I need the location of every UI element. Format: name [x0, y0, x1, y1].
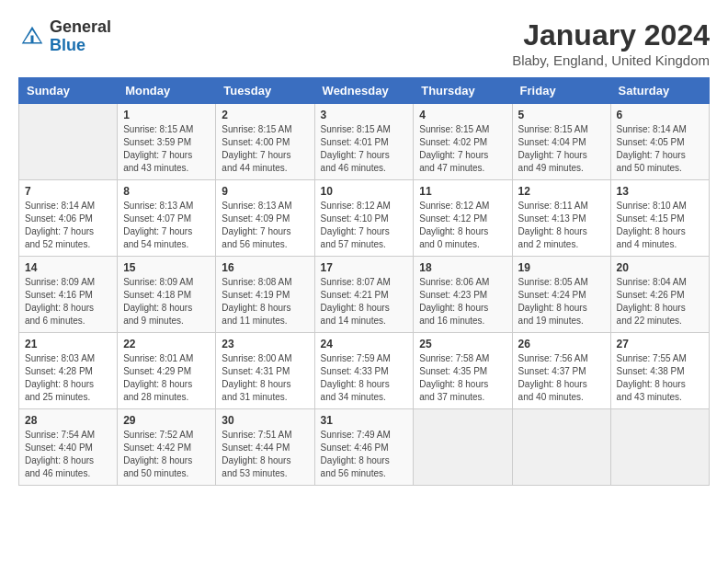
logo: General Blue [18, 18, 111, 55]
cell-content: Sunrise: 8:12 AM Sunset: 4:12 PM Dayligh… [419, 200, 506, 251]
calendar-week-2: 7Sunrise: 8:14 AM Sunset: 4:06 PM Daylig… [19, 180, 710, 257]
cell-content: Sunrise: 7:59 AM Sunset: 4:33 PM Dayligh… [321, 352, 408, 404]
calendar-cell: 25Sunrise: 7:58 AM Sunset: 4:35 PM Dayli… [414, 333, 512, 409]
logo-icon [18, 23, 46, 51]
weekday-header-friday: Friday [512, 78, 610, 104]
calendar-cell: 14Sunrise: 8:09 AM Sunset: 4:16 PM Dayli… [19, 257, 118, 333]
cell-content: Sunrise: 8:14 AM Sunset: 4:06 PM Dayligh… [25, 200, 111, 251]
day-number: 16 [222, 261, 308, 274]
calendar-cell: 17Sunrise: 8:07 AM Sunset: 4:21 PM Dayli… [314, 257, 414, 333]
calendar-week-1: 1Sunrise: 8:15 AM Sunset: 3:59 PM Daylig… [19, 104, 710, 180]
calendar-cell: 19Sunrise: 8:05 AM Sunset: 4:24 PM Dayli… [512, 257, 610, 333]
weekday-header-saturday: Saturday [610, 78, 709, 104]
calendar-cell [512, 409, 610, 486]
calendar-week-4: 21Sunrise: 8:03 AM Sunset: 4:28 PM Dayli… [19, 333, 710, 409]
cell-content: Sunrise: 8:01 AM Sunset: 4:29 PM Dayligh… [123, 352, 210, 404]
day-number: 29 [123, 414, 210, 427]
cell-content: Sunrise: 8:15 AM Sunset: 4:04 PM Dayligh… [518, 123, 605, 175]
day-number: 28 [25, 414, 111, 427]
calendar-cell: 21Sunrise: 8:03 AM Sunset: 4:28 PM Dayli… [19, 333, 118, 409]
calendar-week-3: 14Sunrise: 8:09 AM Sunset: 4:16 PM Dayli… [19, 257, 710, 333]
calendar-cell: 27Sunrise: 7:55 AM Sunset: 4:38 PM Dayli… [610, 333, 709, 409]
day-number: 26 [518, 338, 605, 350]
cell-content: Sunrise: 8:04 AM Sunset: 4:26 PM Dayligh… [617, 276, 703, 327]
calendar-cell: 2Sunrise: 8:15 AM Sunset: 4:00 PM Daylig… [216, 104, 314, 180]
day-number: 11 [419, 185, 506, 198]
day-number: 15 [123, 261, 210, 274]
calendar-header-row: SundayMondayTuesdayWednesdayThursdayFrid… [19, 78, 710, 104]
cell-content: Sunrise: 8:13 AM Sunset: 4:07 PM Dayligh… [123, 200, 210, 251]
calendar-cell: 11Sunrise: 8:12 AM Sunset: 4:12 PM Dayli… [414, 180, 512, 257]
weekday-header-wednesday: Wednesday [314, 78, 414, 104]
calendar-cell: 8Sunrise: 8:13 AM Sunset: 4:07 PM Daylig… [118, 180, 216, 257]
logo-text: General Blue [50, 18, 111, 55]
calendar-cell: 13Sunrise: 8:10 AM Sunset: 4:15 PM Dayli… [610, 180, 709, 257]
cell-content: Sunrise: 8:15 AM Sunset: 4:00 PM Dayligh… [222, 123, 308, 175]
cell-content: Sunrise: 8:06 AM Sunset: 4:23 PM Dayligh… [419, 276, 506, 327]
logo-blue: Blue [50, 36, 85, 54]
day-number: 6 [617, 109, 703, 121]
cell-content: Sunrise: 8:05 AM Sunset: 4:24 PM Dayligh… [518, 276, 605, 327]
cell-content: Sunrise: 8:10 AM Sunset: 4:15 PM Dayligh… [617, 200, 703, 251]
day-number: 20 [617, 261, 703, 274]
day-number: 18 [419, 261, 506, 274]
calendar-cell: 4Sunrise: 8:15 AM Sunset: 4:02 PM Daylig… [414, 104, 512, 180]
cell-content: Sunrise: 8:03 AM Sunset: 4:28 PM Dayligh… [25, 352, 111, 404]
calendar-cell: 6Sunrise: 8:14 AM Sunset: 4:05 PM Daylig… [610, 104, 709, 180]
cell-content: Sunrise: 8:15 AM Sunset: 3:59 PM Dayligh… [123, 123, 210, 175]
cell-content: Sunrise: 7:51 AM Sunset: 4:44 PM Dayligh… [222, 429, 308, 480]
day-number: 27 [617, 338, 703, 350]
day-number: 21 [25, 338, 111, 350]
day-number: 7 [25, 185, 111, 198]
cell-content: Sunrise: 7:58 AM Sunset: 4:35 PM Dayligh… [419, 352, 506, 404]
day-number: 9 [222, 185, 308, 198]
calendar-cell [414, 409, 512, 486]
day-number: 2 [222, 109, 308, 121]
day-number: 4 [419, 109, 506, 121]
page-header: General Blue January 2024 Blaby, England… [18, 18, 710, 68]
calendar-cell: 22Sunrise: 8:01 AM Sunset: 4:29 PM Dayli… [118, 333, 216, 409]
weekday-header-sunday: Sunday [19, 78, 118, 104]
logo-general: General [50, 17, 111, 36]
day-number: 31 [321, 414, 408, 427]
calendar-cell [610, 409, 709, 486]
day-number: 17 [321, 261, 408, 274]
day-number: 5 [518, 109, 605, 121]
cell-content: Sunrise: 8:15 AM Sunset: 4:01 PM Dayligh… [321, 123, 408, 175]
cell-content: Sunrise: 7:49 AM Sunset: 4:46 PM Dayligh… [321, 429, 408, 480]
calendar-cell: 18Sunrise: 8:06 AM Sunset: 4:23 PM Dayli… [414, 257, 512, 333]
calendar-cell: 3Sunrise: 8:15 AM Sunset: 4:01 PM Daylig… [314, 104, 414, 180]
day-number: 1 [123, 109, 210, 121]
calendar-cell: 23Sunrise: 8:00 AM Sunset: 4:31 PM Dayli… [216, 333, 314, 409]
cell-content: Sunrise: 8:12 AM Sunset: 4:10 PM Dayligh… [321, 200, 408, 251]
cell-content: Sunrise: 8:07 AM Sunset: 4:21 PM Dayligh… [321, 276, 408, 327]
day-number: 24 [321, 338, 408, 350]
cell-content: Sunrise: 8:11 AM Sunset: 4:13 PM Dayligh… [518, 200, 605, 251]
calendar-cell: 29Sunrise: 7:52 AM Sunset: 4:42 PM Dayli… [118, 409, 216, 486]
cell-content: Sunrise: 7:54 AM Sunset: 4:40 PM Dayligh… [25, 429, 111, 480]
calendar-cell: 10Sunrise: 8:12 AM Sunset: 4:10 PM Dayli… [314, 180, 414, 257]
calendar-cell: 28Sunrise: 7:54 AM Sunset: 4:40 PM Dayli… [19, 409, 118, 486]
calendar-cell: 12Sunrise: 8:11 AM Sunset: 4:13 PM Dayli… [512, 180, 610, 257]
cell-content: Sunrise: 8:09 AM Sunset: 4:16 PM Dayligh… [25, 276, 111, 327]
calendar-week-5: 28Sunrise: 7:54 AM Sunset: 4:40 PM Dayli… [19, 409, 710, 486]
calendar-cell: 31Sunrise: 7:49 AM Sunset: 4:46 PM Dayli… [314, 409, 414, 486]
calendar-cell: 26Sunrise: 7:56 AM Sunset: 4:37 PM Dayli… [512, 333, 610, 409]
weekday-header-monday: Monday [118, 78, 216, 104]
calendar-cell: 9Sunrise: 8:13 AM Sunset: 4:09 PM Daylig… [216, 180, 314, 257]
calendar-cell: 30Sunrise: 7:51 AM Sunset: 4:44 PM Dayli… [216, 409, 314, 486]
calendar-cell: 16Sunrise: 8:08 AM Sunset: 4:19 PM Dayli… [216, 257, 314, 333]
month-title: January 2024 [512, 18, 710, 52]
day-number: 14 [25, 261, 111, 274]
calendar-cell: 20Sunrise: 8:04 AM Sunset: 4:26 PM Dayli… [610, 257, 709, 333]
day-number: 10 [321, 185, 408, 198]
calendar-cell: 7Sunrise: 8:14 AM Sunset: 4:06 PM Daylig… [19, 180, 118, 257]
calendar-cell [19, 104, 118, 180]
weekday-header-thursday: Thursday [414, 78, 512, 104]
title-block: January 2024 Blaby, England, United King… [512, 18, 710, 68]
location: Blaby, England, United Kingdom [512, 52, 710, 68]
day-number: 23 [222, 338, 308, 350]
day-number: 25 [419, 338, 506, 350]
day-number: 13 [617, 185, 703, 198]
calendar-table: SundayMondayTuesdayWednesdayThursdayFrid… [18, 77, 710, 486]
